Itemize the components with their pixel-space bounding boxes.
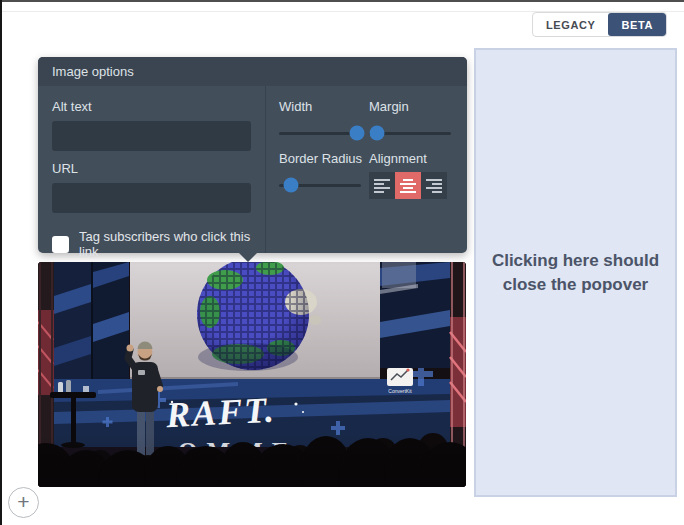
alignment-label: Alignment bbox=[369, 151, 453, 171]
tag-subscribers-label: Tag subscribers who click this link bbox=[79, 229, 251, 259]
conference-stage-photo: RAFT. OMME ConvertKit bbox=[38, 262, 466, 487]
popover-dismiss-area[interactable]: Clicking here should close the popover bbox=[474, 48, 677, 497]
width-slider[interactable] bbox=[279, 119, 363, 147]
tag-subscribers-checkbox[interactable] bbox=[52, 236, 69, 253]
border-radius-slider-handle[interactable] bbox=[283, 178, 298, 193]
convertkit-logo: ConvertKit bbox=[387, 368, 413, 394]
width-slider-handle[interactable] bbox=[350, 126, 365, 141]
alt-text-label: Alt text bbox=[52, 99, 251, 114]
add-block-button[interactable]: + bbox=[8, 487, 39, 518]
alignment-button-group bbox=[369, 172, 453, 199]
align-right-icon bbox=[426, 179, 442, 193]
align-center-button[interactable] bbox=[395, 172, 421, 199]
align-center-icon bbox=[400, 179, 416, 193]
selected-image[interactable]: RAFT. OMME ConvertKit bbox=[38, 262, 466, 487]
popover-left-column: Alt text URL Tag subscribers who click t… bbox=[38, 86, 265, 268]
border-radius-label: Border Radius bbox=[279, 151, 363, 171]
url-label: URL bbox=[52, 161, 251, 176]
popover-right-column: Width Margin Border Radius Alignment bbox=[266, 86, 467, 208]
top-edge-line bbox=[0, 0, 684, 2]
legacy-toggle-button[interactable]: LEGACY bbox=[533, 13, 608, 36]
beta-toggle-button[interactable]: BETA bbox=[608, 13, 666, 36]
left-edge-line bbox=[0, 0, 2, 525]
margin-slider[interactable] bbox=[369, 119, 453, 147]
plus-icon: + bbox=[17, 491, 29, 512]
editor-mode-toggle: LEGACY BETA bbox=[532, 12, 667, 37]
align-left-button[interactable] bbox=[369, 172, 395, 199]
popover-title: Image options bbox=[38, 57, 467, 86]
svg-text:ConvertKit: ConvertKit bbox=[388, 388, 412, 394]
width-label: Width bbox=[279, 99, 363, 119]
align-left-icon bbox=[374, 179, 390, 193]
url-input[interactable] bbox=[52, 183, 251, 213]
margin-label: Margin bbox=[369, 99, 453, 119]
image-options-popover: Image options Alt text URL Tag subscribe… bbox=[38, 57, 467, 253]
editor-canvas: LEGACY BETA Clicking here should close t… bbox=[0, 0, 684, 525]
margin-slider-handle[interactable] bbox=[369, 126, 384, 141]
border-radius-slider[interactable] bbox=[279, 171, 363, 199]
alt-text-input[interactable] bbox=[52, 121, 251, 151]
stage-banner-text: RAFT. bbox=[164, 390, 277, 436]
dismiss-hint-text: Clicking here should close the popover bbox=[492, 249, 659, 297]
align-right-button[interactable] bbox=[421, 172, 447, 199]
tag-subscribers-row: Tag subscribers who click this link bbox=[52, 229, 251, 259]
